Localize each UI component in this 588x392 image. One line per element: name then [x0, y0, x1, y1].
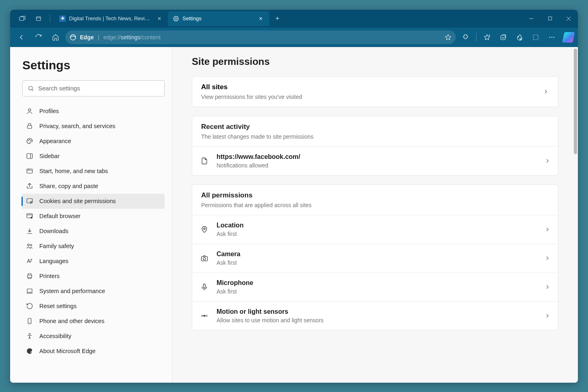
- separator: [50, 15, 50, 23]
- document-icon: [200, 156, 209, 166]
- edge-icon: [26, 347, 34, 355]
- reset-icon: [26, 302, 34, 310]
- favorites-icon[interactable]: [480, 30, 494, 45]
- url-text: edge://settings/content: [103, 34, 161, 41]
- nav-default-browser[interactable]: Default browser: [21, 209, 165, 224]
- svg-point-9: [552, 36, 552, 37]
- nav-privacy[interactable]: Privacy, search, and services: [21, 119, 165, 134]
- maximize-button[interactable]: [541, 10, 559, 28]
- tab-digital-trends[interactable]: ✚ Digital Trends | Tech News, Reviews ✕: [54, 11, 168, 26]
- nav-sidebar[interactable]: Sidebar: [21, 149, 165, 164]
- svg-rect-3: [548, 17, 552, 20]
- svg-point-12: [28, 109, 31, 111]
- cookies-icon: [26, 197, 34, 205]
- accessibility-icon: [26, 332, 34, 340]
- separator: |: [98, 34, 99, 41]
- site-status: Notifications allowed: [217, 162, 537, 169]
- nav-family[interactable]: Family safety: [21, 239, 165, 254]
- lock-icon: [26, 122, 34, 130]
- window-controls: [522, 10, 578, 28]
- extensions-icon[interactable]: [458, 30, 473, 45]
- svg-rect-13: [28, 126, 32, 129]
- svg-rect-0: [19, 17, 24, 20]
- home-button[interactable]: [48, 30, 63, 45]
- svg-point-15: [29, 139, 30, 140]
- address-bar[interactable]: Edge | edge://settings/content: [65, 30, 456, 44]
- workspaces-icon[interactable]: [15, 11, 30, 26]
- tab-settings[interactable]: Settings ✕: [168, 11, 269, 26]
- nav-cookies[interactable]: Cookies and site permissions: [21, 194, 165, 209]
- settings-main: Site permissions All sites View permissi…: [172, 47, 578, 383]
- search-placeholder: Search settings: [38, 85, 80, 92]
- printer-icon: [26, 272, 34, 280]
- svg-point-29: [204, 228, 205, 229]
- separator: [476, 33, 476, 42]
- close-tab-icon[interactable]: ✕: [156, 15, 163, 22]
- svg-point-8: [549, 36, 550, 37]
- nav-printers[interactable]: Printers: [21, 269, 165, 284]
- card-title: Recent activity: [201, 123, 549, 131]
- back-button[interactable]: [14, 30, 29, 45]
- permission-location[interactable]: Location Ask first: [192, 215, 558, 244]
- nav-appearance[interactable]: Appearance: [21, 134, 165, 149]
- nav-profiles[interactable]: Profiles: [21, 104, 165, 119]
- refresh-button[interactable]: [31, 30, 46, 45]
- nav-about[interactable]: About Microsoft Edge: [21, 344, 165, 359]
- page-title: Site permissions: [192, 56, 558, 67]
- chevron-right-icon: [543, 88, 549, 95]
- recent-site-row[interactable]: https://www.facebook.com/ Notifications …: [192, 146, 558, 175]
- copilot-icon[interactable]: [562, 32, 575, 43]
- svg-point-10: [554, 36, 554, 37]
- permission-camera[interactable]: Camera Ask first: [192, 244, 558, 272]
- chevron-right-icon: [544, 284, 551, 290]
- nav-share[interactable]: Share, copy and paste: [21, 179, 165, 194]
- browser-icon: [26, 212, 34, 220]
- more-menu-icon[interactable]: [545, 30, 559, 45]
- screenshot-icon[interactable]: [528, 30, 543, 45]
- card-title: All permissions: [201, 191, 549, 199]
- card-all-permissions: All permissions Permissions that are app…: [192, 184, 558, 330]
- close-tab-icon[interactable]: ✕: [257, 15, 264, 22]
- profile-icon: [26, 107, 34, 115]
- svg-rect-19: [27, 199, 32, 203]
- tabs-icon: [26, 167, 34, 175]
- svg-point-16: [30, 140, 31, 141]
- nav-phone[interactable]: Phone and other devices: [21, 314, 165, 329]
- new-tab-button[interactable]: ＋: [271, 12, 284, 25]
- browser-window: ✚ Digital Trends | Tech News, Reviews ✕ …: [10, 10, 578, 383]
- nav-downloads[interactable]: Downloads: [21, 224, 165, 239]
- family-icon: [26, 242, 34, 250]
- chevron-right-icon: [544, 313, 551, 319]
- svg-point-14: [28, 140, 29, 141]
- card-subtitle: Permissions that are applied across all …: [201, 202, 549, 208]
- svg-point-11: [29, 86, 32, 90]
- chevron-right-icon: [544, 158, 551, 164]
- collections-icon[interactable]: [496, 30, 511, 45]
- close-window-button[interactable]: [559, 10, 578, 28]
- card-title: All sites: [201, 83, 302, 91]
- card-all-sites[interactable]: All sites View permissions for sites you…: [192, 76, 558, 107]
- chevron-right-icon: [544, 226, 551, 233]
- minimize-button[interactable]: [522, 10, 541, 28]
- performance-icon[interactable]: [512, 30, 527, 45]
- search-icon: [28, 85, 34, 92]
- scrollbar-thumb[interactable]: [574, 49, 577, 154]
- svg-rect-7: [533, 35, 538, 40]
- nav-start[interactable]: Start, home, and new tabs: [21, 164, 165, 179]
- toolbar-right: [458, 30, 574, 45]
- search-settings-input[interactable]: Search settings: [22, 80, 165, 96]
- settings-content: Settings Search settings Profiles Privac…: [10, 47, 578, 383]
- nav-system[interactable]: System and performance: [21, 284, 165, 299]
- nav-reset[interactable]: Reset settings: [21, 299, 165, 314]
- permission-motion-sensors[interactable]: Motion or light sensors Allow sites to u…: [192, 301, 558, 330]
- camera-icon: [200, 253, 209, 263]
- svg-point-23: [28, 244, 30, 246]
- settings-nav: Profiles Privacy, search, and services A…: [22, 104, 165, 359]
- nav-languages[interactable]: Languages: [21, 254, 165, 269]
- nav-accessibility[interactable]: Accessibility: [21, 329, 165, 344]
- tab-actions-icon[interactable]: [31, 11, 46, 26]
- sidebar-icon: [26, 152, 34, 160]
- permission-microphone[interactable]: Microphone Ask first: [192, 272, 558, 301]
- gear-icon: [173, 15, 179, 22]
- favorite-star-icon[interactable]: [444, 34, 452, 41]
